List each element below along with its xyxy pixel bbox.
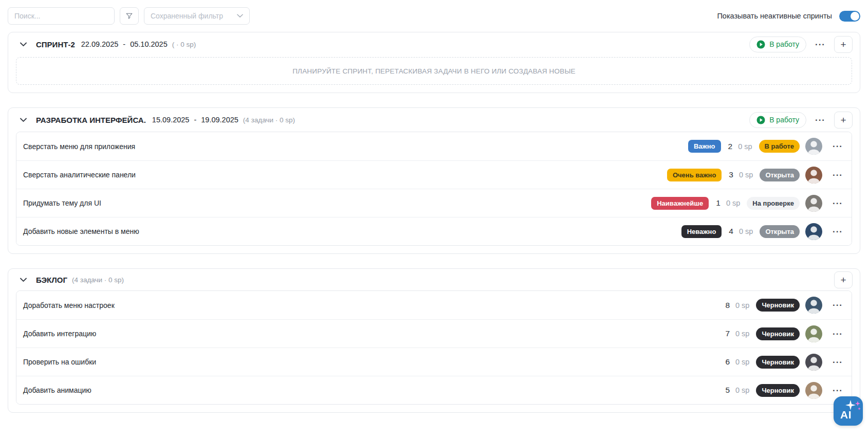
task-row[interactable]: Придумать тему для UI Наиважнейше 1 0 sp… [16,189,852,217]
task-id: 4 [729,227,733,236]
task-more-button[interactable]: ··· [832,356,844,369]
status-badge: Черновик [756,327,800,340]
sprint-date-start: 22.09.2025 [81,40,119,48]
start-sprint-button[interactable]: В работу [749,112,806,128]
task-storypoints: 0 sp [735,386,749,394]
status-badge: Черновик [756,356,800,369]
sprint-header: РАЗРАБОТКА ИНТЕРФЕЙСА. 15.09.2025 - 19.0… [8,108,860,132]
task-row[interactable]: Проверить на ошибки 6 0 sp Черновик ··· [16,348,852,376]
status-badge: Черновик [756,384,800,397]
task-row-right: Очень важно 3 0 sp Открыта ··· [667,167,844,184]
sprint-dates: 15.09.2025 - 19.09.2025 [152,116,238,124]
sprint-meta: ( · 0 sp) [172,41,196,48]
start-sprint-label: В работу [769,40,799,48]
task-row[interactable]: Доработать меню настроек 8 0 sp Черновик… [16,291,852,319]
avatar[interactable] [805,195,822,212]
task-more-button[interactable]: ··· [832,299,844,312]
task-storypoints: 0 sp [739,227,753,235]
avatar[interactable] [805,297,822,314]
task-row[interactable]: Сверстать меню для приложения Важно 2 0 … [16,132,852,160]
status-badge: Открыта [760,225,800,238]
status-badge: Черновик [756,299,800,312]
sprint-date-end: 19.09.2025 [201,116,238,124]
task-title: Доработать меню настроек [23,301,115,309]
sprint-more-button[interactable]: ··· [814,38,826,51]
collapse-button[interactable] [19,277,28,283]
inactive-sprints-toggle[interactable] [839,11,860,22]
task-title: Добавить новые элементы в меню [23,227,139,235]
task-more-button[interactable]: ··· [832,327,844,340]
backlog-card: БЭКЛОГ (4 задачи · 0 sp) + Доработать ме… [8,268,860,413]
task-row-right: 7 0 sp Черновик ··· [724,325,844,342]
task-more-button[interactable]: ··· [832,169,844,181]
add-task-button[interactable]: + [834,36,853,53]
task-row[interactable]: Сверстать аналитические панели Очень важ… [16,160,852,189]
task-storypoints: 0 sp [739,171,753,179]
task-storypoints: 0 sp [726,199,740,207]
search-input[interactable] [8,7,115,25]
task-title: Придумать тему для UI [23,199,101,207]
task-more-button[interactable]: ··· [832,197,844,210]
backlog-header-actions: + [834,271,853,288]
sprint-board-page: Сохраненный фильтр Показывать неактивные… [0,0,868,413]
task-more-button[interactable]: ··· [832,384,844,397]
task-id: 1 [716,198,721,208]
sprint-meta: (4 задачи · 0 sp) [243,116,295,124]
backlog-meta: (4 задачи · 0 sp) [72,276,124,284]
play-icon [756,40,765,49]
task-more-button[interactable]: ··· [832,225,844,238]
task-row-right: Наиважнейше 1 0 sp На проверке ··· [651,195,844,212]
sprint-date-end: 05.10.2025 [130,40,168,48]
task-list: Сверстать меню для приложения Важно 2 0 … [16,132,852,246]
sprint-more-button[interactable]: ··· [814,114,826,126]
task-title: Добавить анимацию [23,386,91,394]
avatar[interactable] [805,223,822,240]
task-storypoints: 0 sp [735,358,749,366]
toggle-knob [851,12,859,21]
collapse-button[interactable] [19,41,28,48]
avatar[interactable] [805,167,822,184]
task-row[interactable]: Добавить интеграцию 7 0 sp Черновик ··· [16,319,852,348]
inactive-sprints-toggle-label: Показывать неактивные спринты [717,12,832,20]
filter-button[interactable] [120,7,139,25]
sprint-date-start: 15.09.2025 [152,116,190,124]
play-icon [756,116,765,124]
task-id: 6 [725,357,730,367]
task-row[interactable]: Добавить новые элементы в меню Неважно 4… [16,217,852,245]
topbar: Сохраненный фильтр Показывать неактивные… [8,7,860,25]
avatar[interactable] [805,325,822,342]
avatar[interactable] [805,382,822,399]
start-sprint-button[interactable]: В работу [749,36,806,52]
task-row-right: 8 0 sp Черновик ··· [724,297,844,314]
task-title: Сверстать аналитические панели [23,171,136,179]
status-badge: В работе [759,140,800,153]
ai-assistant-button[interactable]: AI [834,396,863,426]
sprint-header-actions: В работу ··· + [749,36,853,53]
collapse-button[interactable] [19,117,28,123]
task-storypoints: 0 sp [735,330,749,338]
chevron-down-icon [20,118,27,122]
task-row[interactable]: Добавить анимацию 5 0 sp Черновик ··· [16,376,852,404]
sprint-empty-text: ПЛАНИРУЙТЕ СПРИНТ, ПЕРЕТАСКИВАЯ ЗАДАЧИ В… [292,67,576,75]
task-row-right: Неважно 4 0 sp Открыта ··· [681,223,844,240]
add-task-button[interactable]: + [834,271,853,288]
sprint-title: СПРИНТ-2 [36,40,75,49]
task-storypoints: 0 sp [735,301,749,309]
task-id: 3 [729,170,733,179]
sprint-dates: 22.09.2025 - 05.10.2025 [81,40,168,48]
chevron-down-icon [20,42,27,47]
sprint-empty-dropzone[interactable]: ПЛАНИРУЙТЕ СПРИНТ, ПЕРЕТАСКИВАЯ ЗАДАЧИ В… [16,57,852,85]
avatar[interactable] [805,138,822,155]
task-row-right: Важно 2 0 sp В работе ··· [688,138,844,155]
saved-filter-select[interactable]: Сохраненный фильтр [144,7,250,25]
start-sprint-label: В работу [769,116,799,124]
status-badge: На проверке [747,197,800,210]
priority-badge: Наиважнейше [651,197,709,210]
avatar[interactable] [805,354,822,371]
priority-badge: Важно [688,140,721,153]
task-row-right: 6 0 sp Черновик ··· [724,354,844,371]
task-more-button[interactable]: ··· [832,140,844,153]
add-task-button[interactable]: + [834,112,853,129]
saved-filter-placeholder: Сохраненный фильтр [151,12,223,20]
task-id: 5 [725,386,730,395]
